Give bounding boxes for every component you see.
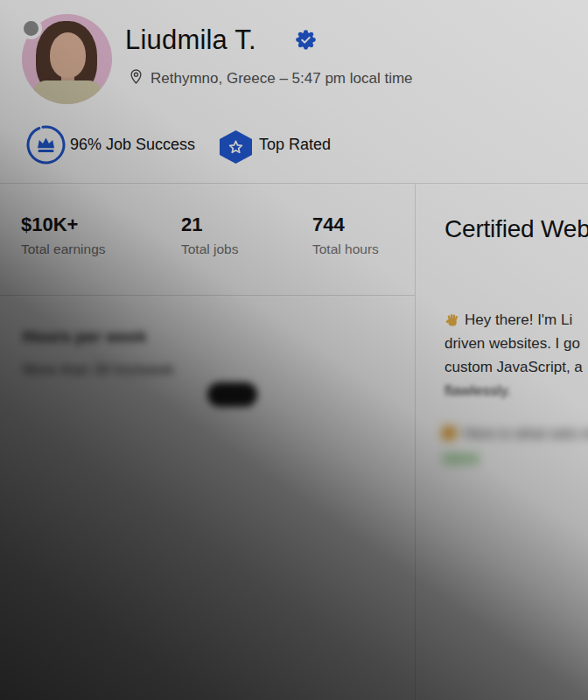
header-divider [0,183,588,184]
overview-blurred-paragraph: Here is what sets me ap [442,425,588,443]
location-pin-icon [128,68,144,88]
top-rated-star-icon [220,130,252,164]
wave-emoji-icon [444,312,460,332]
stat-total-hours-value: 744 [312,214,345,236]
location-text: Rethymno, Greece – 5:47 pm local time [150,70,413,88]
trophy-emoji-icon [442,426,456,440]
status-indicator-icon [20,18,42,39]
overview-blurred-text: Here is what sets me ap [463,425,588,442]
overview-line-2: driven websites. I go [444,335,580,353]
verified-badge-icon [296,30,316,53]
overview-line-1-text: Hey there! I'm Li [465,312,572,328]
stat-total-jobs-label: Total jobs [181,242,238,257]
hours-per-week-detail: More than 30 hrs/week [23,361,174,379]
stat-total-earnings-value: $10K+ [21,214,78,236]
stats-divider [0,295,415,296]
column-divider [415,184,416,700]
hours-per-week-title: Hours per week [23,327,147,346]
availability-pill-button[interactable] [207,382,257,407]
job-success-ring-crown-icon [26,125,66,168]
profile-page: Liudmila T. Rethymno, Greece – 5:47 pm l… [0,0,588,700]
page-title: Liudmila T. [125,24,256,56]
overview-line-4: flawlessly. [444,382,511,400]
stat-total-jobs-value: 21 [181,214,202,236]
overview-line-3: custom JavaScript, a [444,359,583,376]
avatar-face [50,32,86,78]
avatar-shirt [32,80,102,104]
stat-total-earnings-label: Total earnings [21,242,106,257]
overview-line-1: Hey there! I'm Li [444,312,572,332]
stat-total-hours-label: Total hours [312,242,379,257]
overview-title: Certified Web [444,215,588,243]
location-row: Rethymno, Greece – 5:47 pm local time [128,68,413,88]
top-rated-label: Top Rated [259,136,331,154]
more-link[interactable]: more [443,450,480,467]
job-success-label: 96% Job Success [70,136,195,154]
